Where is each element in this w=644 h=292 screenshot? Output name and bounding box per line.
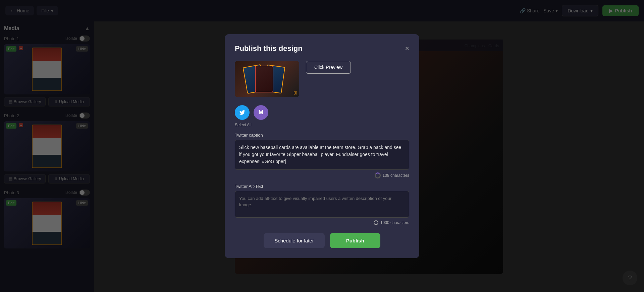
- m-avatar-label: M: [259, 109, 264, 116]
- alt-text-section: Twitter Alt-Text: [235, 184, 409, 219]
- preview-thumbnail: ⛨: [235, 61, 299, 97]
- publish-modal-label: Publish: [346, 238, 364, 243]
- publish-modal-button[interactable]: Publish: [330, 233, 380, 248]
- char-count-row: 108 characters: [235, 172, 409, 178]
- publish-modal: Publish this design × ⛨ Click Preview: [225, 34, 419, 258]
- alt-char-count-row: 1000 characters: [235, 220, 409, 225]
- preview-shield-icon: ⛨: [293, 90, 298, 96]
- modal-close-button[interactable]: ×: [405, 45, 409, 52]
- modal-header: Publish this design ×: [235, 44, 409, 53]
- alt-text-label: Twitter Alt-Text: [235, 184, 409, 189]
- social-row: M: [235, 105, 409, 120]
- alt-text-input[interactable]: [235, 191, 409, 218]
- twitter-caption-label: Twitter caption: [235, 133, 409, 138]
- twitter-caption-section: Twitter caption: [235, 133, 409, 171]
- modal-overlay: Publish this design × ⛨ Click Preview: [0, 0, 644, 292]
- m-avatar[interactable]: M: [254, 105, 268, 120]
- select-all-label: Select All: [235, 123, 409, 127]
- twitter-caption-input[interactable]: [235, 140, 409, 170]
- modal-title: Publish this design: [235, 44, 303, 53]
- modal-footer: Schedule for later Publish: [235, 233, 409, 248]
- click-preview-button[interactable]: Click Preview: [306, 61, 351, 74]
- preview-section: ⛨ Click Preview: [235, 61, 409, 97]
- social-accounts-section: M Select All: [235, 105, 409, 127]
- preview-card-2: [255, 66, 273, 92]
- char-count: 108 characters: [383, 173, 409, 178]
- schedule-label: Schedule for later: [274, 238, 314, 243]
- alt-char-count: 1000 characters: [380, 220, 409, 225]
- alt-char-circle: [374, 220, 378, 225]
- click-preview-label: Click Preview: [314, 65, 342, 70]
- char-count-spinner: [375, 172, 381, 178]
- twitter-avatar[interactable]: [235, 105, 250, 120]
- schedule-button[interactable]: Schedule for later: [264, 233, 325, 248]
- twitter-bird-icon: [238, 110, 246, 116]
